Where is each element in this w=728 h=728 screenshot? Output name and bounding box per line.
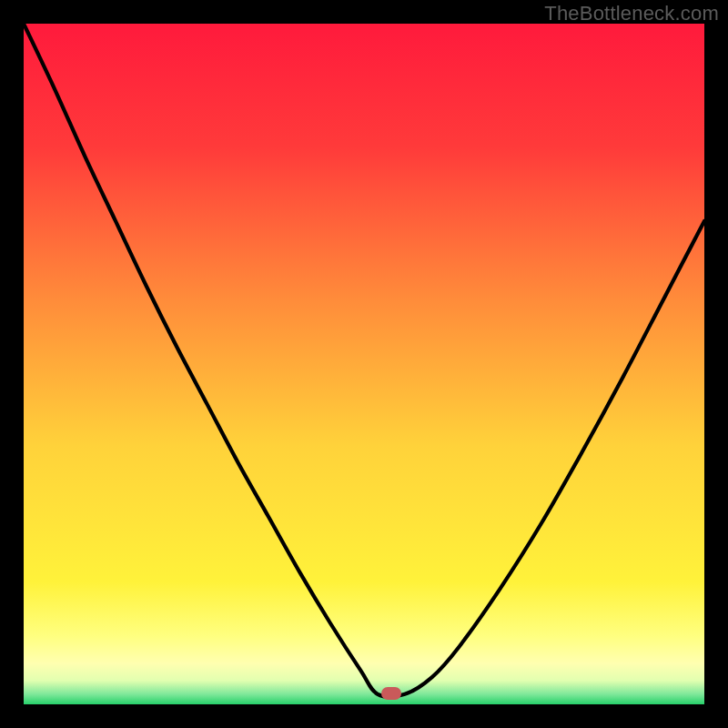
optimal-point-marker <box>381 687 401 700</box>
chart-frame: TheBottleneck.com <box>0 0 728 728</box>
watermark-text: TheBottleneck.com <box>544 2 719 25</box>
bottleneck-curve <box>24 24 704 704</box>
plot-area <box>24 24 704 704</box>
